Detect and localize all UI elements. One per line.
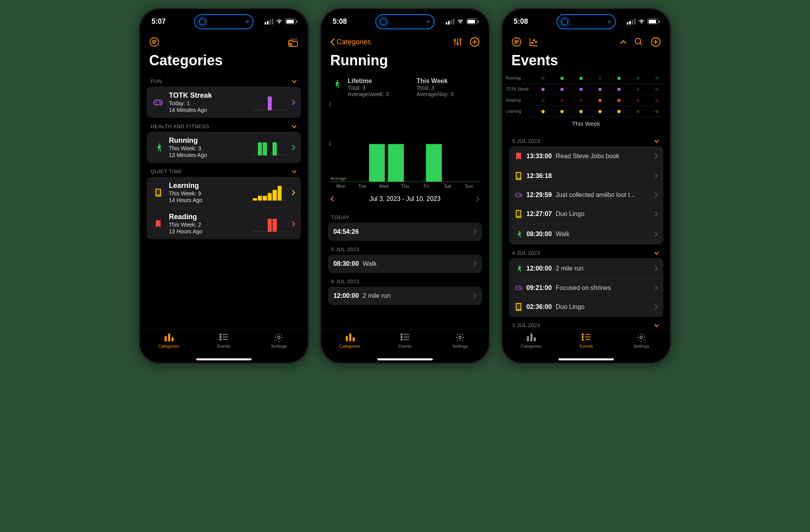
svg-point-29 [460,39,461,40]
svg-point-65 [519,231,520,232]
event-row[interactable]: 08:30:00Walk [328,255,482,273]
category-row[interactable]: Running This Week: 3 13 Minutes Ago [147,132,301,163]
tab-categories[interactable]: Categories [141,333,196,348]
event-desc: Walk [363,260,469,267]
home-indicator[interactable] [558,358,614,360]
date-section-header[interactable]: 4 JUL 2023 [509,244,663,258]
phone-events: 5:08 Events RunningTOTK StreakReadingLea… [501,8,671,364]
tab-events[interactable]: Events [196,333,251,348]
bar-chart-icon [526,333,536,343]
tab-settings[interactable]: Settings [252,333,307,348]
category-row[interactable]: Reading This Week: 2 13 Hours Ago [147,208,301,239]
event-row[interactable]: 08:30:00Walk [509,224,663,244]
list-icon [219,333,229,343]
bookmark-icon [152,220,164,228]
phone-categories: 5:07 Categories FUN TOTK Streak Today: 1 [139,8,309,364]
svg-point-28 [457,43,458,44]
gear-icon [636,333,646,343]
tab-categories[interactable]: Categories [322,333,377,348]
event-row[interactable]: 12:36:18 [509,166,663,186]
svg-point-80 [582,339,583,340]
chevron-right-icon [473,261,477,267]
section-header[interactable]: QUIET TIME [147,163,301,177]
tab-settings[interactable]: Settings [614,333,669,348]
chevron-up-icon[interactable] [620,40,627,44]
battery-icon [285,19,296,24]
category-row[interactable]: TOTK Streak Today: 1 14 Minutes Ago [147,87,301,118]
add-icon[interactable] [469,37,480,47]
search-icon[interactable] [634,37,643,47]
event-row[interactable]: 12:29:59Just collected amiibo loot t... [509,186,663,204]
category-title: Learning [169,182,248,190]
next-week-button[interactable] [476,196,480,202]
chevron-right-icon [655,266,658,271]
event-row[interactable]: 12:00:002 mile run [328,287,482,305]
category-timestamp: 13 Hours Ago [169,228,248,235]
svg-rect-75 [534,337,536,341]
dotchart-row: Learning [506,106,666,117]
signal-icon [627,19,636,25]
tab-events[interactable]: Events [377,333,432,348]
event-row[interactable]: 09:21:00Focused on shrines [509,279,663,297]
runner-icon [515,264,522,273]
status-time: 5:07 [151,17,166,26]
event-desc: Focused on shrines [556,284,651,292]
event-row[interactable]: 12:27:07Duo Lingo [509,204,663,224]
chevron-right-icon [655,153,658,159]
svg-rect-35 [349,333,351,341]
back-button[interactable]: Categories [330,38,371,46]
svg-point-39 [401,336,402,337]
svg-rect-7 [154,100,163,105]
svg-point-63 [520,195,521,196]
svg-point-23 [278,336,280,339]
date-navigator: Jul 3, 2023 - Jul 10, 2023 [322,189,488,209]
chevron-right-icon [473,229,477,235]
add-folder-icon[interactable] [288,37,299,47]
status-time: 5:08 [514,17,528,26]
date-section-header[interactable]: 3 JUL 2023 [509,317,663,329]
dotchart-row: TOTK Streak [506,84,666,95]
scatter-chart-icon[interactable] [529,37,539,47]
tab-bar: Categories Events Settings [503,329,669,362]
section-header[interactable]: HEALTH AND FITNESS [147,118,301,132]
chevron-down-icon [291,125,297,129]
category-title: TOTK Streak [169,91,248,100]
category-row[interactable]: Learning This Week: 9 14 Hours Ago [147,177,301,208]
event-row[interactable]: 13:33:00Read Steve Jobs book [509,146,663,166]
tab-events[interactable]: Events [558,333,613,348]
event-row[interactable]: 04:54:26 [328,223,482,241]
chevron-right-icon [291,144,295,151]
svg-point-50 [532,42,533,44]
home-indicator[interactable] [196,358,252,360]
section-header[interactable]: FUN [147,73,301,87]
chevron-right-icon [291,221,295,227]
menu-icon[interactable] [149,37,159,47]
category-subtitle: This Week: 9 [169,190,248,197]
tab-settings[interactable]: Settings [433,333,488,348]
runner-icon [515,229,522,239]
home-indicator[interactable] [377,358,433,360]
event-time: 13:33:00 [526,153,552,160]
event-desc: Duo Lingo [556,210,651,218]
category-timestamp: 13 Minutes Ago [169,152,248,158]
svg-point-41 [401,339,402,340]
tab-categories[interactable]: Categories [503,333,558,348]
equalizer-icon[interactable] [453,37,462,47]
svg-point-43 [459,336,461,339]
chevron-right-icon [655,211,658,217]
dot-chart: RunningTOTK StreakReadingLearning [506,73,666,117]
event-desc: Just collected amiibo loot t... [556,191,651,199]
wifi-icon [457,19,464,24]
svg-rect-15 [168,333,170,341]
event-row[interactable]: 12:00:002 mile run [509,258,663,279]
prev-week-button[interactable] [330,196,334,202]
menu-icon[interactable] [511,37,522,47]
event-row[interactable]: 02:36:00Duo Lingo [509,297,663,317]
chevron-right-icon [655,192,658,198]
event-time: 09:21:00 [526,284,552,292]
date-section-header[interactable]: 5 JUL 2023 [509,133,663,146]
add-icon[interactable] [651,37,661,47]
runner-icon [152,143,164,152]
chevron-right-icon [655,304,658,310]
svg-point-71 [520,288,521,289]
